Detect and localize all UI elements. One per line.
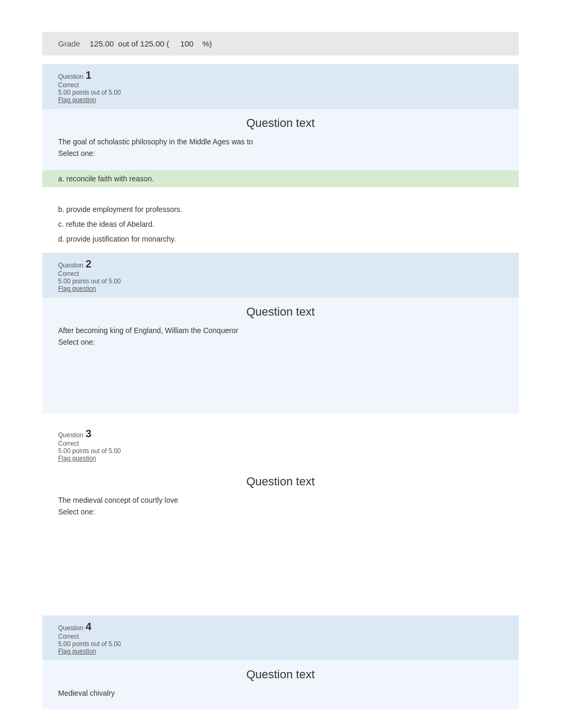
question-text-heading-2: Question text	[58, 303, 503, 321]
question-content-2: Question text After becoming king of Eng…	[42, 298, 519, 414]
question-meta-3: Question 3 Correct 5.00 points out of 5.…	[42, 422, 519, 467]
question-block-4: Question 4 Correct 5.00 points out of 5.…	[42, 615, 519, 709]
question-label-3: Question	[58, 431, 83, 439]
select-one-3: Select one:	[58, 508, 503, 516]
grade-bar: Grade 125.00 out of 125.00 ( 100 %)	[42, 32, 519, 56]
question-points-2: 5.00 points out of 5.00	[58, 278, 508, 285]
answer-spacer-1a	[42, 187, 519, 202]
select-one-2: Select one:	[58, 338, 503, 346]
flag-question-4[interactable]: Flag question	[58, 648, 508, 655]
flag-question-1[interactable]: Flag question	[58, 96, 508, 104]
question-status-2: Correct	[58, 270, 508, 278]
question-meta-4: Question 4 Correct 5.00 points out of 5.…	[42, 615, 519, 660]
answers-section-1: a. reconcile faith with reason. b. provi…	[42, 170, 519, 251]
question-block-2: Question 2 Correct 5.00 points out of 5.…	[42, 253, 519, 414]
question-points-3: 5.00 points out of 5.00	[58, 447, 508, 455]
flag-question-3[interactable]: Flag question	[58, 455, 508, 462]
question-points-1: 5.00 points out of 5.00	[58, 89, 508, 96]
question-status-4: Correct	[58, 633, 508, 640]
question-text-heading-3: Question text	[58, 473, 503, 491]
question-body-2: After becoming king of England, William …	[58, 326, 503, 335]
question-meta-row-1: Question 1	[58, 69, 508, 81]
question-content-1: Question text The goal of scholastic phi…	[42, 109, 519, 170]
question-label-2: Question	[58, 262, 83, 269]
question-meta-2: Question 2 Correct 5.00 points out of 5.…	[42, 253, 519, 298]
flag-question-2[interactable]: Flag question	[58, 285, 508, 292]
answer-option-1b: b. provide employment for professors.	[42, 202, 519, 217]
answer-option-1c: c. refute the ideas of Abelard.	[42, 217, 519, 232]
question-body-1: The goal of scholastic philosophy in the…	[58, 137, 503, 146]
question-block-1: Question 1 Correct 5.00 points out of 5.…	[42, 64, 519, 251]
question-content-4: Question text Medieval chivalry	[42, 660, 519, 709]
question-number-2: 2	[86, 258, 91, 270]
question-block-3: Question 3 Correct 5.00 points out of 5.…	[42, 422, 519, 615]
question-meta-1: Question 1 Correct 5.00 points out of 5.…	[42, 64, 519, 109]
question-body-3: The medieval concept of courtly love	[58, 496, 503, 504]
page-wrapper: Grade 125.00 out of 125.00 ( 100 %) Ques…	[0, 0, 561, 728]
select-one-1: Select one:	[58, 149, 503, 158]
question-label-4: Question	[58, 624, 83, 632]
question-number-4: 4	[86, 621, 91, 633]
answer-option-1a: a. reconcile faith with reason.	[42, 170, 519, 187]
grade-label: Grade	[58, 39, 80, 48]
question-body-4: Medieval chivalry	[58, 689, 503, 697]
grade-out-of: out of 125.00 ( 100 %)	[118, 39, 212, 48]
question-meta-row-4: Question 4	[58, 621, 508, 633]
question-number-1: 1	[86, 69, 91, 81]
question-text-heading-1: Question text	[58, 114, 503, 132]
answer-option-1d: d. provide justification for monarchy.	[42, 232, 519, 246]
question-status-1: Correct	[58, 81, 508, 89]
grade-value: 125.00	[90, 39, 114, 48]
question-text-heading-4: Question text	[58, 666, 503, 684]
question-meta-row-3: Question 3	[58, 428, 508, 440]
question-content-3: Question text The medieval concept of co…	[42, 467, 519, 615]
question-points-4: 5.00 points out of 5.00	[58, 640, 508, 648]
question-number-3: 3	[86, 428, 91, 440]
question-label-1: Question	[58, 73, 83, 80]
question-meta-row-2: Question 2	[58, 258, 508, 270]
question-status-3: Correct	[58, 440, 508, 447]
